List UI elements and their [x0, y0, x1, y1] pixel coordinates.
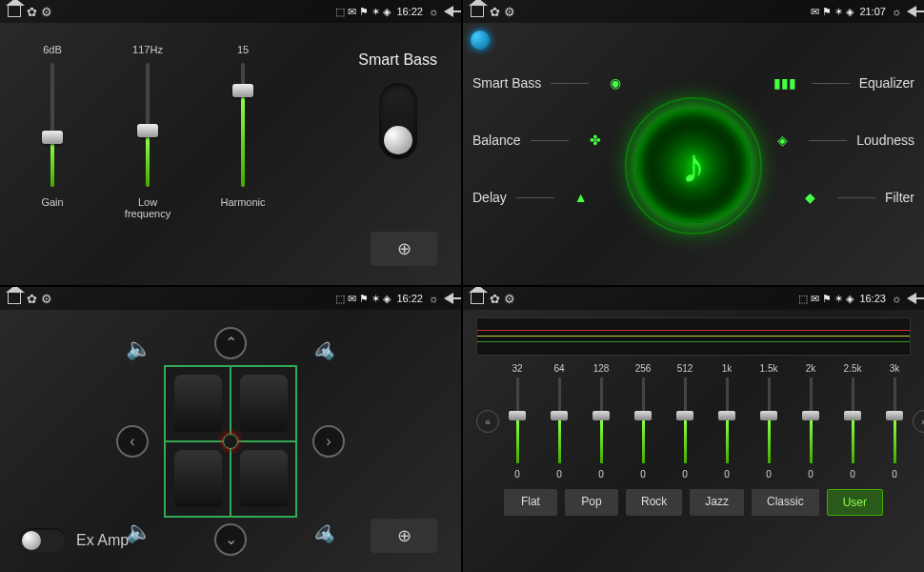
slider-value: 117Hz — [132, 44, 163, 55]
slider-low-frequency[interactable]: 117Hz Low frequency — [114, 44, 181, 219]
menu-equalizer[interactable]: Equalizer ▮▮▮ — [768, 66, 914, 100]
indicator-dot — [471, 31, 490, 50]
eq-knob[interactable] — [844, 411, 861, 420]
eq-track[interactable] — [642, 378, 645, 463]
car-seat-grid[interactable] — [164, 365, 297, 518]
seat-rl — [165, 441, 231, 517]
eq-track[interactable] — [894, 378, 896, 463]
arrow-right-button[interactable]: › — [312, 425, 345, 458]
menu-label: Delay — [472, 190, 507, 205]
eq-knob[interactable] — [760, 411, 777, 420]
eq-track[interactable] — [558, 378, 561, 463]
toggle-knob — [384, 126, 412, 154]
eq-prev-button[interactable]: « — [476, 410, 499, 433]
back-icon[interactable] — [444, 293, 453, 304]
brightness-icon[interactable]: ☼ — [429, 293, 438, 304]
toggle-knob — [22, 531, 41, 550]
balance-panel: ✿ ⚙ ⬚ ✉ ⚑ ✶ ◈ 16:22 ☼ ⌃ ⌄ ‹ › 🔈 🔈 🔈 🔈 — [0, 287, 461, 572]
eq-track[interactable] — [600, 378, 603, 463]
eq-knob[interactable] — [551, 411, 568, 420]
preset-flat[interactable]: Flat — [504, 489, 557, 516]
back-icon[interactable] — [444, 6, 453, 17]
eq-knob[interactable] — [886, 411, 903, 420]
music-center-icon[interactable]: ♪ — [636, 109, 751, 223]
preset-classic[interactable]: Classic — [752, 489, 819, 516]
balance-point[interactable] — [223, 434, 238, 449]
back-icon[interactable] — [907, 293, 916, 304]
back-icon[interactable] — [907, 6, 916, 17]
smartbass-toggle[interactable] — [379, 83, 417, 159]
arrow-down-button[interactable]: ⌄ — [214, 523, 247, 556]
preset-pop[interactable]: Pop — [565, 489, 618, 516]
eq-band-2.5k[interactable]: 2.5k 0 — [838, 363, 867, 480]
eq-band-3k[interactable]: 3k 0 — [880, 363, 909, 480]
settings-icon[interactable]: ✿ ⚙ — [490, 292, 515, 306]
menu-loudness[interactable]: Loudness ◈ — [765, 123, 914, 157]
brightness-icon[interactable]: ☼ — [892, 293, 901, 304]
arrow-up-button[interactable]: ⌃ — [214, 327, 247, 359]
eq-knob[interactable] — [634, 411, 652, 420]
preset-rock[interactable]: Rock — [626, 489, 682, 516]
brightness-icon[interactable]: ☼ — [429, 6, 438, 17]
eq-track[interactable] — [852, 378, 854, 463]
clock: 16:23 — [859, 293, 886, 304]
eq-value: 0 — [724, 469, 730, 480]
eq-knob[interactable] — [676, 411, 693, 420]
filter-icon: ◆ — [793, 180, 828, 214]
slider-track[interactable] — [146, 63, 150, 187]
slider-knob[interactable] — [42, 131, 63, 144]
slider-track[interactable] — [241, 63, 245, 187]
eq-knob[interactable] — [802, 411, 819, 420]
eq-band-256[interactable]: 256 0 — [629, 363, 657, 480]
settings-icon[interactable]: ✿ ⚙ — [490, 5, 515, 19]
home-icon[interactable] — [471, 293, 484, 304]
status-icons: ⬚ ✉ ⚑ ✶ ◈ — [335, 293, 391, 305]
equalizer-panel: ✿ ⚙ ⬚ ✉ ⚑ ✶ ◈ 16:23 ☼ « 32 0 64 0 128 — [463, 287, 924, 572]
arrow-left-button[interactable]: ‹ — [116, 425, 149, 458]
equalizer-icon: ▮▮▮ — [768, 66, 802, 100]
status-icons: ⬚ ✉ ⚑ ✶ ◈ — [335, 6, 391, 18]
slider-track[interactable] — [50, 63, 54, 187]
eq-band-512[interactable]: 512 0 — [671, 363, 699, 480]
eq-band-64[interactable]: 64 0 — [545, 363, 573, 480]
eq-value: 0 — [682, 469, 688, 480]
eq-value: 0 — [850, 469, 855, 480]
home-icon[interactable] — [8, 293, 21, 304]
locate-button[interactable]: ⊕ — [371, 232, 437, 266]
home-icon[interactable] — [8, 6, 21, 17]
eq-knob[interactable] — [593, 411, 610, 420]
eq-freq-label: 64 — [553, 363, 564, 374]
settings-icon[interactable]: ✿ ⚙ — [27, 5, 52, 19]
menu-smartbass[interactable]: Smart Bass ◉ — [472, 66, 633, 100]
smartbass-title: Smart Bass — [358, 51, 437, 69]
eq-knob[interactable] — [509, 411, 526, 420]
examp-toggle[interactable] — [19, 528, 67, 553]
eq-track[interactable] — [768, 378, 771, 463]
menu-delay[interactable]: Delay ▲ — [472, 180, 598, 214]
eq-band-2k[interactable]: 2k 0 — [796, 363, 825, 480]
brightness-icon[interactable]: ☼ — [892, 6, 901, 17]
eq-track[interactable] — [726, 378, 729, 463]
eq-track[interactable] — [516, 378, 519, 463]
eq-knob[interactable] — [718, 411, 735, 420]
eq-next-button[interactable]: » — [913, 410, 924, 433]
eq-band-128[interactable]: 128 0 — [587, 363, 615, 480]
slider-gain[interactable]: 6dB Gain — [19, 44, 86, 219]
settings-icon[interactable]: ✿ ⚙ — [27, 292, 52, 306]
eq-track[interactable] — [684, 378, 687, 463]
eq-band-1k[interactable]: 1k 0 — [713, 363, 741, 480]
preset-jazz[interactable]: Jazz — [690, 489, 744, 516]
locate-button[interactable]: ⊕ — [371, 519, 437, 553]
slider-knob[interactable] — [232, 84, 253, 97]
eq-band-1.5k[interactable]: 1.5k 0 — [754, 363, 783, 480]
eq-track[interactable] — [810, 378, 813, 463]
slider-knob[interactable] — [137, 124, 158, 137]
eq-value: 0 — [808, 469, 814, 480]
slider-harmonic[interactable]: 15 Harmonic — [210, 44, 276, 219]
seat-fl — [165, 366, 231, 441]
eq-band-32[interactable]: 32 0 — [503, 363, 532, 480]
preset-user[interactable]: User — [827, 489, 883, 516]
menu-filter[interactable]: Filter ◆ — [793, 180, 914, 214]
menu-balance[interactable]: Balance ✤ — [472, 123, 613, 157]
home-icon[interactable] — [471, 6, 484, 17]
